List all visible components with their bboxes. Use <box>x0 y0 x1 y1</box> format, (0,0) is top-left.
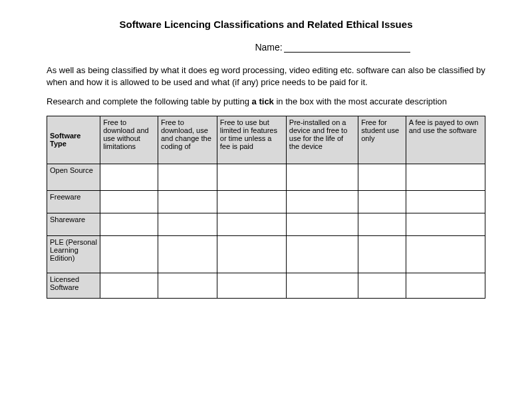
cell-lic-5[interactable] <box>358 273 406 298</box>
cell-ple-2[interactable] <box>158 235 217 273</box>
header-col-4: Pre-installed on a device and free to us… <box>286 116 358 164</box>
table-row-ple: PLE (Personal Learning Edition) <box>47 235 485 273</box>
intro-paragraph-2: Research and complete the following tabl… <box>47 96 485 108</box>
rowlabel-shareware: Shareware <box>47 213 100 235</box>
cell-free-1[interactable] <box>100 190 158 213</box>
cell-free-4[interactable] <box>286 190 358 213</box>
cell-free-5[interactable] <box>358 190 406 213</box>
cell-share-2[interactable] <box>158 213 217 235</box>
table-row-licensed: Licensed Software <box>47 273 485 298</box>
table-row-open-source: Open Source <box>47 164 485 190</box>
cell-open-6[interactable] <box>406 164 485 190</box>
cell-open-4[interactable] <box>286 164 358 190</box>
name-field-row: Name: <box>180 42 485 53</box>
cell-lic-2[interactable] <box>158 273 217 298</box>
cell-free-2[interactable] <box>158 190 217 213</box>
cell-ple-4[interactable] <box>286 235 358 273</box>
cell-share-5[interactable] <box>358 213 406 235</box>
para2-bold: a tick <box>252 96 274 106</box>
rowlabel-ple: PLE (Personal Learning Edition) <box>47 235 100 273</box>
cell-open-3[interactable] <box>217 164 286 190</box>
cell-open-1[interactable] <box>100 164 158 190</box>
header-col-5: Free for student use only <box>358 116 406 164</box>
cell-free-3[interactable] <box>217 190 286 213</box>
table-row-shareware: Shareware <box>47 213 485 235</box>
table-header-row: Software Type Free to download and use w… <box>47 116 485 164</box>
header-col-2: Free to download, use and change the cod… <box>158 116 217 164</box>
worksheet-page: Software Licencing Classifications and R… <box>0 0 532 299</box>
header-col-6: A fee is payed to own and use the softwa… <box>406 116 485 164</box>
header-software-type: Software Type <box>47 116 100 164</box>
cell-share-6[interactable] <box>406 213 485 235</box>
cell-share-3[interactable] <box>217 213 286 235</box>
cell-share-4[interactable] <box>286 213 358 235</box>
header-col-1: Free to download and use without limitat… <box>100 116 158 164</box>
cell-open-5[interactable] <box>358 164 406 190</box>
header-col-3: Free to use but limited in features or t… <box>217 116 286 164</box>
cell-ple-5[interactable] <box>358 235 406 273</box>
intro-paragraph-1: As well as being classified by what it d… <box>47 65 485 88</box>
page-title: Software Licencing Classifications and R… <box>47 19 485 30</box>
table-row-freeware: Freeware <box>47 190 485 213</box>
cell-ple-1[interactable] <box>100 235 158 273</box>
rowlabel-freeware: Freeware <box>47 190 100 213</box>
classification-table: Software Type Free to download and use w… <box>47 116 485 299</box>
rowlabel-open-source: Open Source <box>47 164 100 190</box>
cell-ple-3[interactable] <box>217 235 286 273</box>
cell-ple-6[interactable] <box>406 235 485 273</box>
cell-lic-1[interactable] <box>100 273 158 298</box>
cell-share-1[interactable] <box>100 213 158 235</box>
para2-part-b: in the box with the most accurate descri… <box>274 96 447 106</box>
cell-free-6[interactable] <box>406 190 485 213</box>
rowlabel-licensed: Licensed Software <box>47 273 100 298</box>
cell-lic-3[interactable] <box>217 273 286 298</box>
cell-lic-6[interactable] <box>406 273 485 298</box>
cell-open-2[interactable] <box>158 164 217 190</box>
name-blank-line[interactable] <box>284 52 410 53</box>
cell-lic-4[interactable] <box>286 273 358 298</box>
name-label: Name: <box>255 42 282 53</box>
para2-part-a: Research and complete the following tabl… <box>47 96 252 106</box>
